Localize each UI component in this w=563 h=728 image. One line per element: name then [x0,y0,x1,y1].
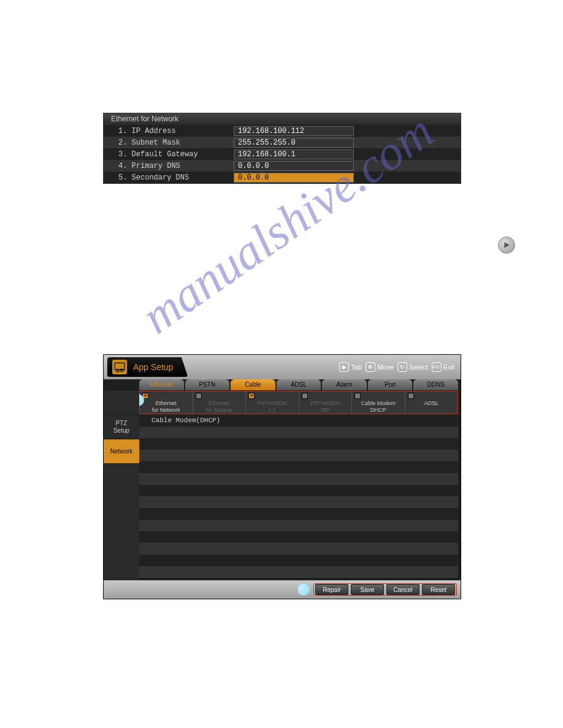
tab-icon: ▶ [339,362,349,372]
config-row: 3. Default Gateway 192.168.100.1 [104,148,461,160]
config-row: 5. Secondary DNS 0.0.0.0 [104,172,461,183]
hint-exit: ESCExit [432,362,454,372]
keyboard-hints: ▶Tab ✥Move ↻Select ESCExit [339,362,454,372]
tab-row: Ethernet PSTN Cable ADSL Alarm Port DDNS [139,379,458,390]
window-title: App Setup [133,362,173,372]
conn-pstn-isdn-isp[interactable]: PSTN/ISDN ISP [299,392,353,414]
content-header: Cable Modem(DHCP) [139,415,458,427]
sidebar-item-ptz-setup[interactable]: PTZ Setup [104,415,139,439]
content-row [139,520,458,531]
primary-dns-label: 4. Primary DNS [104,162,234,170]
checkbox-icon[interactable] [196,393,202,399]
footer-bar: Repair Save Cancel Reset [104,580,461,599]
reset-button[interactable]: Reset [422,584,455,595]
tab-alarm[interactable]: Alarm [322,379,367,390]
tab-ddns[interactable]: DDNS [413,379,458,390]
footer-button-group: Repair Save Cancel Reset [313,583,457,596]
hint-tab: ▶Tab [339,362,362,372]
move-icon: ✥ [366,362,375,372]
tab-port[interactable]: Port [368,379,413,390]
config-row: 2. Subnet Mask 255.255.255.0 [104,137,461,148]
content-row [139,461,458,473]
title-wrap: App Setup [107,357,188,377]
secondary-dns-label: 5. Secondary DNS [104,173,234,182]
repair-button[interactable]: Repair [315,584,348,595]
content-row [139,473,458,485]
content-row [139,555,458,566]
content-row [139,543,458,555]
content-row [139,427,458,438]
app-setup-window: App Setup ▶Tab ✥Move ↻Select ESCExit Eth… [103,354,461,599]
sidebar: PTZ Setup Network [104,390,139,580]
hint-select: ↻Select [397,362,428,372]
content-row [139,496,458,508]
conn-ethernet-backup[interactable]: Ethernet for Backup [193,392,247,414]
default-gateway-label: 3. Default Gateway [104,150,234,159]
panel-header: Ethernet for Network [104,113,461,125]
conn-ethernet-network[interactable]: ✕Ethernet for Network [140,392,193,414]
default-gateway-input[interactable]: 192.168.100.1 [234,150,354,159]
ethernet-config-panel: Ethernet for Network 1. IP Address 192.1… [103,113,461,184]
tab-pstn[interactable]: PSTN [185,379,230,390]
esc-icon: ESC [432,362,442,372]
tab-adsl[interactable]: ADSL [277,379,321,390]
window-titlebar: App Setup ▶Tab ✥Move ↻Select ESCExit [104,355,461,379]
play-button[interactable] [498,237,515,254]
sidebar-item-network[interactable]: Network [104,439,139,464]
content-row [139,450,458,461]
ip-address-input[interactable]: 192.168.100.112 [234,126,354,136]
content-row [139,508,458,520]
cancel-button[interactable]: Cancel [386,584,419,595]
conn-pstn-isdn-11[interactable]: ✕PSTN/ISDN 1:1 [246,392,299,414]
content-row [139,531,458,543]
conn-adsl[interactable]: ADSL [405,392,458,414]
content-row [139,566,458,578]
config-row: 1. IP Address 192.168.100.112 [104,125,461,137]
config-row: 4. Primary DNS 0.0.0.0 [104,160,461,172]
primary-dns-input[interactable]: 0.0.0.0 [234,161,354,171]
hint-move: ✥Move [366,362,394,372]
content-row [139,438,458,450]
ip-address-label: 1. IP Address [104,127,234,135]
svg-marker-0 [504,242,509,248]
tab-cable[interactable]: Cable [231,379,275,390]
sidebar-spacer [104,390,139,415]
secondary-dns-input[interactable]: 0.0.0.0 [234,173,354,183]
conn-cable-modem-dhcp[interactable]: Cable Modem DHCP [352,392,405,414]
subnet-mask-label: 2. Subnet Mask [104,138,234,147]
content-area: Cable Modem(DHCP) [139,415,458,580]
subnet-mask-input[interactable]: 255.255.255.0 [234,138,354,148]
checkbox-icon[interactable] [302,393,308,399]
checkbox-icon[interactable]: ✕ [248,393,255,399]
play-icon [503,241,510,249]
save-button[interactable]: Save [351,584,384,595]
tab-ethernet[interactable]: Ethernet [139,379,184,390]
select-icon: ↻ [397,362,407,372]
callout-marker [297,583,310,596]
content-row [139,485,458,496]
connection-type-row: ✕Ethernet for Network Ethernet for Backu… [139,391,458,414]
checkbox-icon[interactable] [354,393,361,399]
app-setup-icon [112,360,127,374]
checkbox-icon[interactable] [408,393,414,399]
